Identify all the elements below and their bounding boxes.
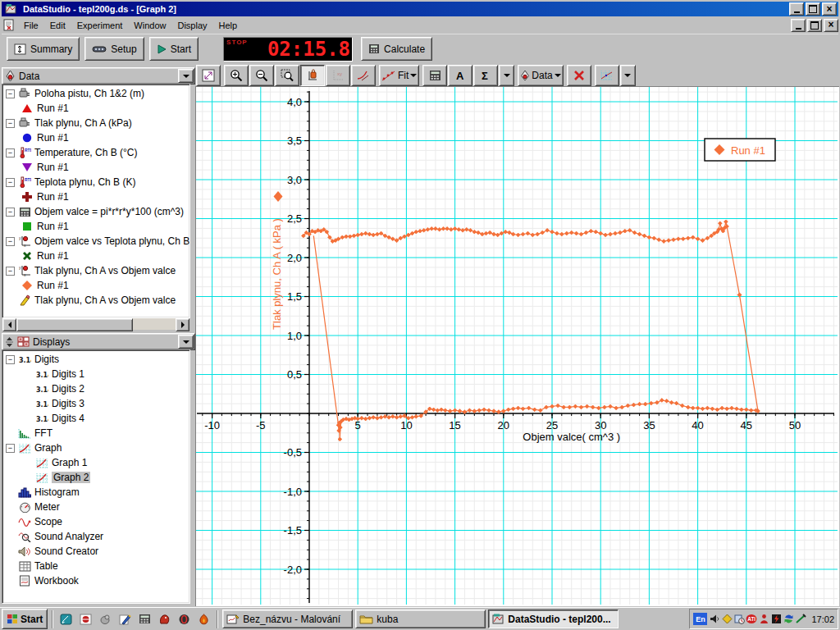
opera-icon[interactable] <box>176 610 193 628</box>
display-item[interactable]: Sound Analyzer <box>2 529 189 544</box>
display-item[interactable]: Histogram <box>2 485 189 500</box>
close-button[interactable]: × <box>822 2 837 16</box>
run-item[interactable]: Run #1 <box>2 101 189 116</box>
run-item[interactable]: Run #1 <box>2 249 189 263</box>
data-panel-header[interactable]: Data <box>2 67 195 84</box>
pen-icon[interactable] <box>116 610 134 628</box>
data-item[interactable]: −yxTlak plynu, Ch A vs Objem valce <box>2 263 189 278</box>
display-item[interactable]: Sound Creator <box>2 544 189 559</box>
flame-icon[interactable] <box>195 610 212 628</box>
doc-minimize-button[interactable] <box>791 19 806 32</box>
notes-icon[interactable] <box>57 610 75 628</box>
xy-tool-button[interactable]: xy <box>326 65 350 86</box>
run-item[interactable]: Run #1 <box>2 219 189 234</box>
setup-button[interactable]: Setup <box>84 37 144 61</box>
menu-file[interactable]: File <box>18 18 44 33</box>
scroll-right-button[interactable] <box>176 318 189 331</box>
language-indicator[interactable]: En <box>693 613 707 625</box>
task-button[interactable]: Bez_názvu - Malování <box>222 609 353 628</box>
splitter-icon[interactable] <box>5 336 14 348</box>
display-subitem[interactable]: 3.14Digits 3 <box>2 396 189 411</box>
agent-icon[interactable] <box>758 614 769 625</box>
ati-icon[interactable]: ATi <box>746 614 757 625</box>
menu-window[interactable]: Window <box>128 18 171 33</box>
doc-close-button[interactable]: × <box>824 19 838 32</box>
document-icon[interactable] <box>3 19 15 31</box>
summary-button[interactable]: Summary <box>7 37 80 61</box>
fit-menu-button[interactable]: Fit <box>379 65 419 86</box>
data-item[interactable]: −Tlak plynu, Ch A (kPa) <box>2 116 189 130</box>
display-item[interactable]: −Graph <box>2 441 189 455</box>
display-subitem[interactable]: 3.14Digits 2 <box>2 381 189 396</box>
legend[interactable]: Run #1 <box>705 139 775 161</box>
plot-area[interactable]: -10-551015202530354045504,03,53,02,52,01… <box>196 87 838 605</box>
data-item[interactable]: −yxObjem valce vs Teplota plynu, Ch B <box>2 234 189 249</box>
lightning-icon[interactable] <box>770 614 782 625</box>
scroll-thumb[interactable] <box>16 318 133 331</box>
collapse-box[interactable]: − <box>6 89 15 98</box>
graph-settings-dropdown[interactable] <box>620 65 636 86</box>
bird-icon[interactable] <box>97 610 114 628</box>
volume-icon[interactable] <box>709 614 720 625</box>
zoom-select-button[interactable] <box>275 65 299 86</box>
data-item[interactable]: Tlak plynu, Ch A vs Objem valce <box>2 293 189 308</box>
displays-panel-dropdown[interactable] <box>178 335 194 349</box>
slope-tool-button[interactable] <box>351 65 376 86</box>
menu-edit[interactable]: Edit <box>44 18 71 33</box>
data-item[interactable]: −RTDTemperature, Ch B (°C) <box>2 145 189 160</box>
collapse-box[interactable]: − <box>6 237 15 246</box>
calculator-icon[interactable] <box>136 610 153 628</box>
display-subitem[interactable]: 3.14Digits 1 <box>2 367 189 381</box>
data-panel-dropdown[interactable] <box>178 69 194 83</box>
diamond-icon[interactable] <box>721 614 733 625</box>
run-item[interactable]: Run #1 <box>2 278 189 293</box>
zoom-in-button[interactable] <box>224 65 249 86</box>
display-item[interactable]: Table <box>2 559 189 573</box>
statistics-button[interactable]: Σ <box>473 65 498 86</box>
scale-to-fit-button[interactable] <box>196 65 221 86</box>
delete-button[interactable] <box>567 65 591 86</box>
calculate-button[interactable]: Calculate <box>361 37 432 61</box>
smart-tool-button[interactable] <box>300 65 325 86</box>
displays-panel-header[interactable]: Displays <box>2 333 195 350</box>
collapse-box[interactable]: − <box>6 148 15 158</box>
display-item[interactable]: FFT <box>2 426 189 441</box>
collapse-box[interactable]: − <box>6 267 15 276</box>
restore-button[interactable] <box>806 2 820 16</box>
menu-display[interactable]: Display <box>171 18 212 33</box>
y-axis-label[interactable]: Tlak plynu, Ch A ( kPa ) <box>271 218 283 330</box>
start-menu-button[interactable]: Start <box>2 609 48 629</box>
collapse-box[interactable]: − <box>6 119 15 128</box>
minimize-button[interactable] <box>789 2 804 16</box>
display-item[interactable]: Scope <box>2 514 189 529</box>
menu-help[interactable]: Help <box>213 18 244 33</box>
display-item[interactable]: Workbook <box>2 573 189 588</box>
draw-icon[interactable] <box>795 614 806 625</box>
data-menu-button[interactable]: Data <box>518 65 563 86</box>
display-subitem[interactable]: 3.14Digits 4 <box>2 411 189 426</box>
text-tool-button[interactable]: A <box>448 65 472 86</box>
display-item[interactable]: Meter <box>2 500 189 514</box>
scroll-left-button[interactable] <box>2 318 16 331</box>
menu-experiment[interactable]: Experiment <box>71 18 129 33</box>
sync-icon[interactable] <box>783 614 794 625</box>
run-item[interactable]: Run #1 <box>2 130 189 145</box>
acrobat-icon[interactable] <box>77 610 94 628</box>
zoom-out-button[interactable] <box>249 65 274 86</box>
run-item[interactable]: Run #1 <box>2 160 189 175</box>
collapse-box[interactable]: − <box>6 178 15 187</box>
data-tree-hscrollbar[interactable] <box>2 318 189 330</box>
x-axis-label[interactable]: Objem valce( cm^3 ) <box>523 431 620 443</box>
display-item[interactable]: −3.14Digits <box>2 352 189 367</box>
display-subitem[interactable]: Graph 2 <box>2 470 189 485</box>
data-item[interactable]: −RTDTeplota plynu, Ch B (K) <box>2 175 189 189</box>
task-button[interactable]: kuba <box>355 609 486 628</box>
graph-settings-button[interactable] <box>595 65 619 86</box>
collapse-box[interactable]: − <box>6 208 15 217</box>
collapse-box[interactable]: − <box>6 355 15 364</box>
data-item[interactable]: −Poloha pistu, Ch 1&2 (m) <box>2 86 189 101</box>
dragon-icon[interactable] <box>156 610 173 628</box>
doc-restore-button[interactable] <box>807 19 822 32</box>
start-button[interactable]: Start <box>149 37 199 61</box>
run-item[interactable]: Run #1 <box>2 189 189 204</box>
